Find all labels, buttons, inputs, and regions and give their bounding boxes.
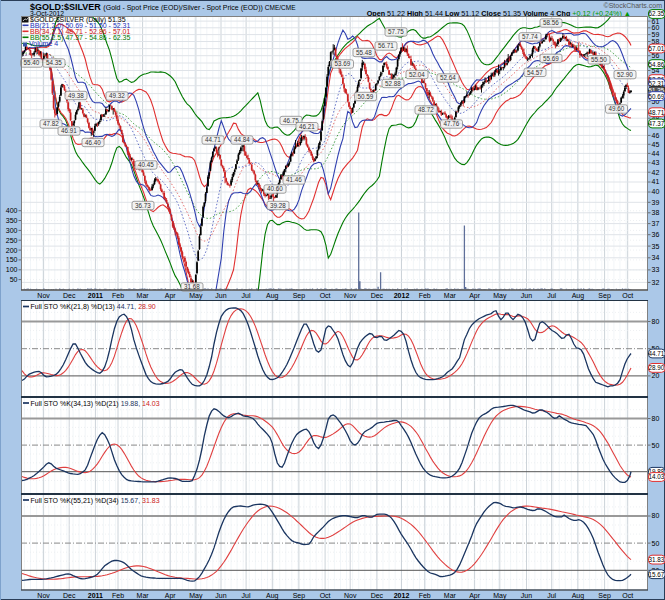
svg-text:Nov: Nov: [344, 292, 357, 299]
svg-text:35: 35: [652, 243, 660, 250]
svg-text:49.32: 49.32: [109, 92, 125, 99]
svg-text:28.90: 28.90: [649, 364, 665, 371]
svg-text:Oct: Oct: [622, 292, 633, 299]
svg-text:54.57: 54.57: [527, 69, 543, 76]
svg-text:Apr: Apr: [165, 592, 177, 600]
svg-text:400: 400: [6, 207, 18, 214]
svg-text:Jun: Jun: [215, 292, 226, 299]
svg-text:46.91: 46.91: [61, 127, 77, 134]
svg-text:©StockCharts.com: ©StockCharts.com: [604, 2, 663, 9]
svg-text:52.88: 52.88: [385, 80, 401, 87]
svg-text:Sep: Sep: [598, 292, 611, 300]
svg-text:Feb: Feb: [419, 592, 431, 599]
svg-text:48.71: 48.71: [649, 109, 665, 116]
svg-text:55.50: 55.50: [591, 56, 607, 63]
svg-text:Nov: Nov: [37, 292, 50, 299]
svg-text:45: 45: [652, 141, 660, 148]
svg-text:54.86: 54.86: [649, 61, 665, 68]
svg-text:May: May: [493, 292, 507, 300]
svg-text:32: 32: [652, 279, 660, 286]
svg-text:80: 80: [652, 318, 660, 325]
svg-text:Apr: Apr: [469, 292, 481, 300]
svg-text:Sep: Sep: [598, 592, 611, 600]
svg-text:14.03: 14.03: [649, 473, 665, 480]
svg-text:60: 60: [652, 24, 660, 31]
svg-text:62.35: 62.35: [649, 10, 665, 17]
svg-text:Mar: Mar: [137, 592, 150, 599]
svg-text:Jul: Jul: [242, 292, 251, 299]
svg-text:41: 41: [652, 178, 660, 185]
svg-text:Feb: Feb: [112, 292, 124, 299]
svg-text:34: 34: [652, 254, 660, 261]
svg-text:2011: 2011: [88, 292, 103, 299]
svg-text:49.60: 49.60: [609, 105, 625, 112]
svg-text:Dec: Dec: [63, 592, 76, 599]
svg-text:Mar: Mar: [137, 292, 150, 299]
svg-text:Jun: Jun: [215, 592, 226, 599]
svg-text:59: 59: [652, 31, 660, 38]
svg-text:44: 44: [652, 150, 660, 157]
svg-text:Dec: Dec: [371, 292, 384, 299]
svg-text:80: 80: [652, 415, 660, 422]
svg-text:33: 33: [652, 266, 660, 273]
svg-text:Volume 4: Volume 4: [29, 40, 58, 47]
svg-text:Full STO %K(21,8) %D(13) 44.71: Full STO %K(21,8) %D(13) 44.71, 28.90: [31, 303, 156, 311]
svg-text:58.56: 58.56: [543, 19, 559, 26]
svg-text:46.21: 46.21: [299, 123, 315, 130]
svg-text:43: 43: [652, 159, 660, 166]
svg-text:Oct: Oct: [320, 292, 331, 299]
svg-text:50: 50: [10, 276, 18, 283]
svg-text:Jul: Jul: [547, 292, 556, 299]
svg-text:Dec: Dec: [371, 592, 384, 599]
svg-text:Jun: Jun: [521, 592, 532, 599]
svg-text:100: 100: [6, 266, 18, 273]
svg-text:50: 50: [652, 442, 660, 449]
svg-text:Sep: Sep: [293, 592, 306, 600]
svg-text:49.38: 49.38: [68, 92, 84, 99]
svg-text:37: 37: [652, 220, 660, 227]
svg-text:55.48: 55.48: [356, 49, 372, 56]
svg-text:53.69: 53.69: [335, 60, 351, 67]
svg-text:Dec: Dec: [63, 292, 76, 299]
svg-text:31.68: 31.68: [184, 283, 200, 290]
svg-text:55.69: 55.69: [543, 55, 559, 62]
svg-text:Sep: Sep: [293, 292, 306, 300]
svg-text:Aug: Aug: [266, 592, 279, 600]
svg-text:Full STO %K(34,13) %D(21) 19.8: Full STO %K(34,13) %D(21) 19.88, 14.03: [31, 400, 160, 408]
svg-text:Mar: Mar: [444, 292, 457, 299]
svg-text:2012: 2012: [394, 592, 410, 599]
svg-text:Apr: Apr: [165, 292, 177, 300]
svg-text:52.04: 52.04: [409, 71, 425, 78]
svg-text:Nov: Nov: [37, 592, 50, 599]
svg-text:39.28: 39.28: [270, 202, 286, 209]
svg-text:Jul: Jul: [547, 592, 556, 599]
svg-text:Oct: Oct: [622, 592, 633, 599]
svg-text:41.46: 41.46: [286, 176, 302, 183]
svg-text:May: May: [189, 292, 203, 300]
svg-text:2012: 2012: [394, 292, 410, 299]
svg-text:36.73: 36.73: [135, 202, 151, 209]
svg-text:38: 38: [652, 209, 660, 216]
svg-text:May: May: [189, 592, 203, 600]
svg-text:20: 20: [652, 372, 660, 379]
svg-text:57.75: 57.75: [388, 28, 404, 35]
svg-text:31.83: 31.83: [649, 556, 665, 563]
svg-text:Feb: Feb: [419, 292, 431, 299]
svg-text:50.69: 50.69: [649, 93, 665, 100]
svg-text:Nov: Nov: [344, 592, 357, 599]
svg-text:54.35: 54.35: [46, 59, 62, 66]
svg-text:57.01: 57.01: [649, 45, 665, 52]
svg-text:Aug: Aug: [572, 592, 585, 600]
svg-text:47.37: 47.37: [649, 120, 665, 127]
svg-text:46.40: 46.40: [85, 139, 101, 146]
svg-text:50: 50: [652, 540, 660, 547]
svg-text:80: 80: [652, 512, 660, 519]
svg-text:15.67: 15.67: [649, 571, 665, 578]
svg-text:$GOLD:$SILVER (Gold - Spot Pri: $GOLD:$SILVER (Gold - Spot Price (EOD)/S…: [30, 2, 296, 12]
svg-text:Oct: Oct: [320, 592, 331, 599]
svg-text:44.71: 44.71: [649, 350, 665, 357]
svg-text:Feb: Feb: [112, 592, 124, 599]
svg-text:48.72: 48.72: [418, 106, 434, 113]
svg-text:Jun: Jun: [521, 292, 532, 299]
svg-text:2011: 2011: [88, 592, 103, 599]
